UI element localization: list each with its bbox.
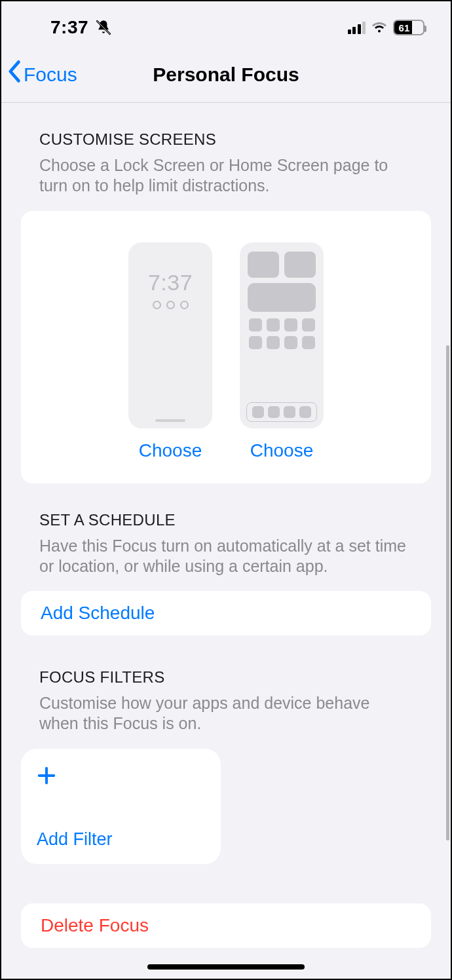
customise-section-header: CUSTOMISE SCREENS Choose a Lock Screen o… <box>1 103 451 197</box>
choose-lock-screen-button[interactable]: Choose <box>139 440 202 461</box>
navigation-bar: Focus Personal Focus <box>1 47 451 103</box>
battery-level: 61 <box>394 21 412 34</box>
home-screen-preview[interactable] <box>240 242 324 428</box>
silent-mode-icon <box>95 19 112 36</box>
choose-home-screen-button[interactable]: Choose <box>250 440 314 461</box>
lock-screen-widgets-icon <box>153 301 189 309</box>
back-button[interactable]: Focus <box>8 62 77 87</box>
delete-focus-button[interactable]: Delete Focus <box>21 903 431 948</box>
cellular-signal-icon <box>348 21 366 34</box>
home-indicator[interactable] <box>147 964 305 970</box>
customise-label: CUSTOMISE SCREENS <box>39 130 413 149</box>
lock-screen-preview[interactable]: 7:37 <box>128 242 212 428</box>
status-bar: 7:37 61 <box>1 1 451 47</box>
schedule-desc: Have this Focus turn on automatically at… <box>39 536 413 577</box>
delete-focus-label: Delete Focus <box>41 915 149 935</box>
schedule-section-header: SET A SCHEDULE Have this Focus turn on a… <box>1 483 451 577</box>
screens-card: 7:37 Choose Choose <box>21 211 431 483</box>
plus-icon <box>37 766 56 785</box>
filters-section-header: FOCUS FILTERS Customise how your apps an… <box>1 635 451 734</box>
schedule-label: SET A SCHEDULE <box>39 511 413 529</box>
add-filter-button[interactable]: Add Filter <box>21 749 221 864</box>
battery-icon: 61 <box>393 20 424 35</box>
filters-desc: Customise how your apps and device behav… <box>39 693 413 734</box>
lock-screen-time: 7:37 <box>148 270 193 295</box>
customise-desc: Choose a Lock Screen or Home Screen page… <box>39 155 413 197</box>
dock-icon <box>246 402 317 422</box>
filters-label: FOCUS FILTERS <box>39 668 413 687</box>
lock-screen-column: 7:37 Choose <box>128 242 212 461</box>
scroll-indicator[interactable] <box>446 345 449 840</box>
home-screen-column: Choose <box>240 242 324 461</box>
add-schedule-label: Add Schedule <box>41 603 155 623</box>
back-label: Focus <box>24 64 77 86</box>
add-schedule-button[interactable]: Add Schedule <box>21 591 431 635</box>
wifi-icon <box>371 21 388 34</box>
home-bar-icon <box>155 419 185 422</box>
status-left: 7:37 <box>50 17 112 38</box>
status-time: 7:37 <box>50 17 88 38</box>
add-filter-label: Add Filter <box>37 829 205 850</box>
status-right: 61 <box>348 20 425 35</box>
chevron-left-icon <box>8 60 22 87</box>
